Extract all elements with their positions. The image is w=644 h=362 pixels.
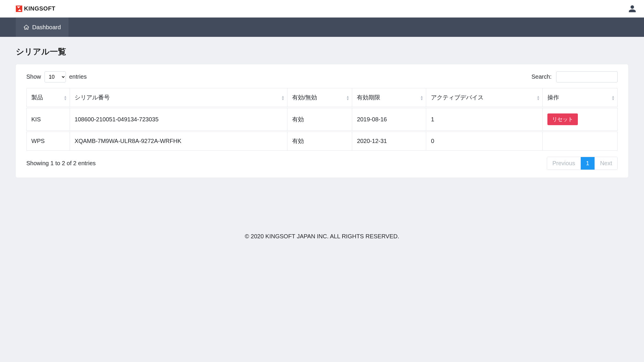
user-icon [628,5,636,13]
col-label: シリアル番号 [75,94,110,101]
cell-status: 有効 [287,108,352,131]
brand-mark-icon [16,6,22,12]
table-row: WPSXQAMB-7M9WA-ULR8A-9272A-WRFHK有効2020-1… [26,132,618,151]
length-suffix: entries [69,73,87,80]
col-serial[interactable]: シリアル番号 ▲▼ [70,88,287,107]
cell-product: WPS [26,132,70,151]
length-prefix: Show [26,73,41,80]
search-label: Search: [532,73,552,80]
cell-actions: リセット [543,108,618,131]
brand-text: KINGSOFT [24,5,55,12]
user-menu-button[interactable] [626,3,638,15]
pager-prev: Previous [547,157,580,170]
cell-product: KIS [26,108,70,131]
sort-icon: ▲▼ [64,95,67,100]
pager-page[interactable]: 1 [580,157,595,170]
col-actions[interactable]: 操作 ▲▼ [543,88,618,107]
sort-icon: ▲▼ [346,95,349,100]
home-icon [23,24,29,30]
table-footer: Showing 1 to 2 of 2 entries Previous1Nex… [26,157,618,170]
showing-info: Showing 1 to 2 of 2 entries [26,160,96,167]
pagination: Previous1Next [547,157,618,170]
col-label: アクティブデバイス [431,94,484,101]
nav-item-dashboard[interactable]: Dashboard [16,18,68,37]
col-active-devices[interactable]: アクティブデバイス ▲▼ [426,88,543,107]
search-control: Search: [532,71,618,82]
table-row: KIS108600-210051-049134-723035有効2019-08-… [26,108,618,131]
site-footer: © 2020 KINGSOFT JAPAN INC. ALL RIGHTS RE… [0,221,644,257]
table-controls: Show 102550100 entries Search: [26,71,618,82]
cell-active-devices: 1 [426,108,543,131]
cell-actions [543,132,618,151]
page-main: シリアル一覧 Show 102550100 entries Search: 製品… [0,37,644,189]
sort-icon: ▲▼ [281,95,284,100]
col-label: 製品 [31,94,43,101]
length-select[interactable]: 102550100 [44,71,66,82]
page-title: シリアル一覧 [16,46,628,57]
cell-status: 有効 [287,132,352,151]
serial-table: 製品 ▲▼ シリアル番号 ▲▼ 有効/無効 ▲▼ 有効期限 ▲▼ [26,87,618,151]
col-product[interactable]: 製品 ▲▼ [26,88,70,107]
pager-next: Next [595,157,617,170]
sort-icon: ▲▼ [537,95,539,100]
reset-button[interactable]: リセット [547,113,578,125]
cell-expiry: 2019-08-16 [352,108,426,131]
col-label: 有効/無効 [292,94,317,101]
top-bar: KINGSOFT [0,0,644,18]
nav-item-label: Dashboard [32,24,61,31]
search-input[interactable] [556,71,618,82]
cell-expiry: 2020-12-31 [352,132,426,151]
sort-icon: ▲▼ [612,95,614,100]
length-control: Show 102550100 entries [26,71,87,82]
brand-logo[interactable]: KINGSOFT [16,5,55,12]
col-label: 有効期限 [357,94,380,101]
cell-serial: XQAMB-7M9WA-ULR8A-9272A-WRFHK [70,132,287,151]
cell-serial: 108600-210051-049134-723035 [70,108,287,131]
col-label: 操作 [547,94,559,101]
cell-active-devices: 0 [426,132,543,151]
sort-icon: ▲▼ [420,95,423,100]
col-status[interactable]: 有効/無効 ▲▼ [287,88,352,107]
serial-list-card: Show 102550100 entries Search: 製品 ▲▼ シリア… [16,64,628,177]
col-expiry[interactable]: 有効期限 ▲▼ [352,88,426,107]
nav-band: Dashboard [0,18,644,37]
